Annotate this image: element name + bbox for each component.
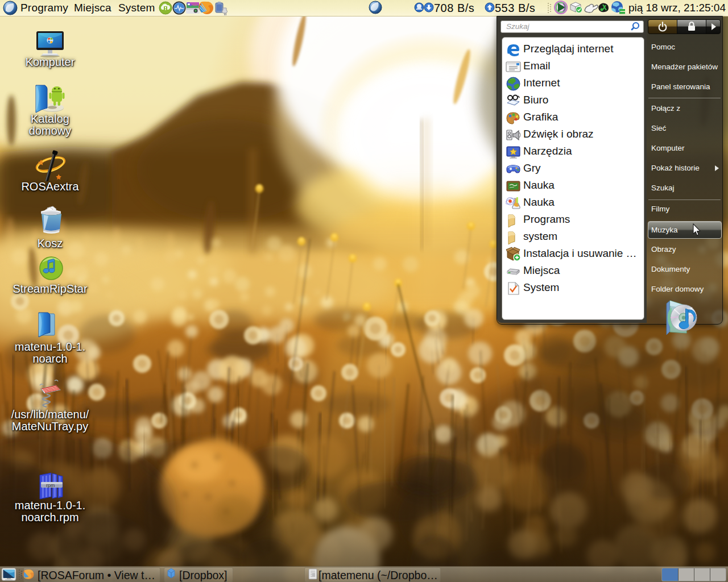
svg-text:rpm: rpm: [46, 483, 55, 488]
